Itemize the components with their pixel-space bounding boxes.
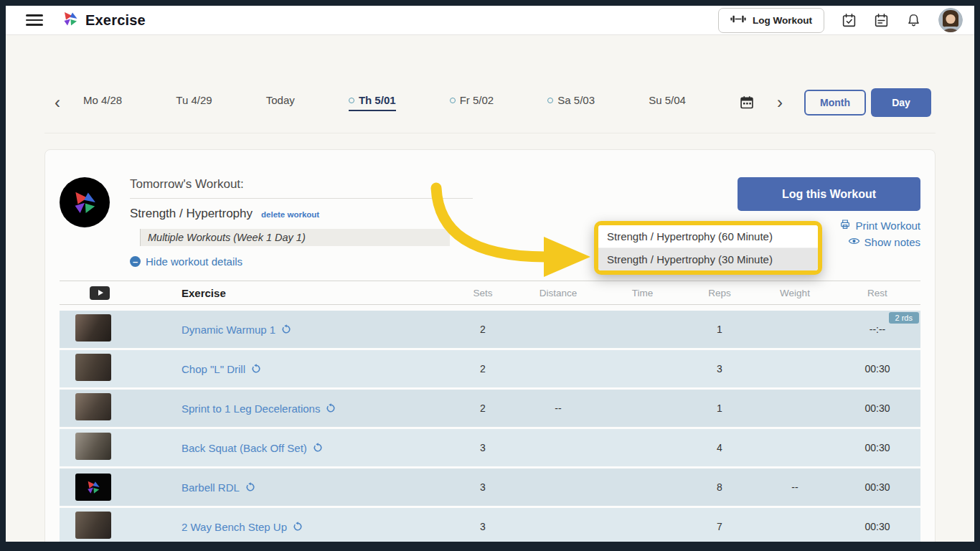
reps-value: 1 [684, 324, 755, 335]
date-label: Mo 4/28 [83, 94, 122, 106]
sets-value: 3 [451, 481, 515, 493]
trainer-logo [60, 177, 110, 227]
history-icon[interactable] [245, 482, 255, 492]
log-this-workout-button[interactable]: Log this Workout [738, 177, 920, 211]
exercise-thumbnail[interactable] [75, 354, 111, 381]
exercise-thumbnail[interactable] [75, 474, 111, 501]
calendar-icon[interactable] [874, 13, 889, 28]
reps-value: 8 [684, 481, 755, 493]
col-header-distance: Distance [515, 288, 601, 298]
app-window: Exercise Log Workout [0, 0, 980, 551]
date-tab-sa-5-03[interactable]: Sa 5/03 [547, 94, 595, 111]
exercise-link[interactable]: Dynamic Warmup 1 [182, 324, 275, 336]
exercise-link[interactable]: Barbell RDL [182, 481, 240, 494]
date-label: Fr 5/02 [460, 94, 494, 106]
dropdown-option-60-minute[interactable]: Strength / Hypertrophy (60 Minute) [598, 225, 818, 248]
exercise-row: Back Squat (Back Off Set) 3 4 00:30 [60, 429, 920, 466]
exercise-row: Dynamic Warmup 1 2 1 --:-- [60, 311, 920, 348]
workout-variant-dropdown: Strength / Hypertrophy (60 Minute) Stren… [598, 225, 818, 270]
rest-value: 00:30 [834, 521, 920, 532]
calendar-check-icon[interactable] [842, 13, 857, 28]
table-header-row: Exercise Sets Distance Time Reps Weight … [60, 281, 920, 305]
date-label: Th 5/01 [359, 94, 396, 106]
history-icon[interactable] [326, 403, 336, 413]
workout-card: Tomorrow's Workout: Strength / Hypertrop… [44, 149, 936, 551]
minus-circle-icon: – [130, 256, 141, 267]
reps-value: 1 [684, 402, 755, 414]
col-header-sets: Sets [451, 288, 515, 298]
exercise-thumbnail[interactable] [75, 433, 111, 460]
date-tab-tu-4-29[interactable]: Tu 4/29 [176, 94, 212, 111]
show-notes-label: Show notes [864, 236, 920, 248]
next-week-chevron[interactable]: › [774, 94, 786, 111]
history-icon[interactable] [293, 522, 303, 532]
app-logo-icon [62, 10, 79, 30]
printer-icon [839, 219, 851, 232]
top-bar: Exercise Log Workout [6, 6, 974, 35]
exercise-thumbnail[interactable] [75, 314, 111, 342]
col-header-rest: Rest [834, 288, 920, 298]
exercise-link[interactable]: Chop "L" Drill [182, 363, 245, 375]
col-header-exercise: Exercise [182, 287, 451, 299]
exercise-row: Barbell RDL 3 8 -- 00:30 [60, 468, 920, 506]
app-brand[interactable]: Exercise [62, 10, 146, 30]
reps-value: 3 [684, 363, 755, 375]
rest-value: 00:30 [834, 363, 920, 375]
user-avatar[interactable] [938, 8, 963, 32]
date-navigation: ‹ Mo 4/28 Tu 4/29 Today Th 5/01 Fr 5/02 … [44, 35, 936, 133]
delete-workout-link[interactable]: delete workout [261, 210, 319, 219]
hide-workout-details-link[interactable]: – Hide workout details [130, 255, 473, 268]
exercise-thumbnail[interactable] [75, 393, 111, 420]
weight-value: -- [755, 481, 834, 493]
program-select[interactable]: Multiple Workouts (Week 1 Day 1) [140, 229, 450, 246]
exercise-thumbnail[interactable] [75, 512, 111, 539]
date-label: Tu 4/29 [176, 94, 212, 106]
exercise-row: Chop "L" Drill 2 3 00:30 [60, 350, 920, 387]
date-tab-fr-5-02[interactable]: Fr 5/02 [450, 94, 494, 111]
log-workout-button[interactable]: Log Workout [718, 8, 824, 33]
show-notes-link[interactable]: Show notes [848, 236, 920, 248]
eye-icon [848, 236, 860, 248]
prev-week-chevron[interactable]: ‹ [52, 94, 63, 111]
exercise-link[interactable]: Back Squat (Back Off Set) [182, 442, 307, 454]
exercise-row: 2 Way Bench Step Up 3 7 00:30 [60, 508, 920, 545]
date-label: Today [266, 94, 295, 106]
barbell-icon [730, 14, 746, 27]
reps-value: 4 [684, 442, 755, 453]
col-header-reps: Reps [684, 288, 755, 298]
reps-value: 7 [684, 521, 755, 532]
divider [130, 198, 473, 199]
date-tab-mo-4-28[interactable]: Mo 4/28 [83, 94, 122, 111]
print-workout-link[interactable]: Print Workout [839, 219, 920, 232]
exercise-link[interactable]: 2 Way Bench Step Up [182, 521, 287, 533]
exercise-row: Sprint to 1 Leg Decelerations 2 -- 1 00:… [60, 390, 920, 427]
date-tab-th-5-01[interactable]: Th 5/01 [349, 94, 396, 111]
workout-dot-icon [450, 98, 456, 103]
hamburger-menu-icon[interactable] [26, 14, 43, 26]
workout-card-title: Tomorrow's Workout: [130, 177, 473, 192]
workout-dot-icon [547, 98, 553, 103]
sets-value: 3 [451, 442, 515, 453]
exercise-link[interactable]: Sprint to 1 Leg Decelerations [182, 402, 320, 415]
sets-value: 2 [451, 363, 515, 375]
month-view-button[interactable]: Month [804, 90, 866, 116]
date-label: Sa 5/03 [557, 94, 595, 106]
history-icon[interactable] [281, 324, 291, 334]
rest-value: 00:30 [834, 402, 920, 414]
day-view-button[interactable]: Day [871, 88, 931, 117]
app-name: Exercise [85, 12, 146, 29]
sets-value: 2 [451, 402, 515, 414]
history-icon[interactable] [251, 364, 261, 374]
log-workout-label: Log Workout [753, 15, 812, 26]
date-label: Su 5/04 [649, 94, 686, 106]
video-column-play-icon [90, 286, 110, 300]
date-picker-calendar-icon[interactable] [740, 95, 754, 110]
notifications-bell-icon[interactable] [906, 13, 921, 28]
print-workout-label: Print Workout [855, 220, 920, 232]
date-tab-su-5-04[interactable]: Su 5/04 [649, 94, 686, 111]
history-icon[interactable] [313, 443, 323, 453]
rounds-badge: 2 rds [889, 312, 919, 324]
distance-value: -- [515, 402, 601, 414]
dropdown-option-30-minute[interactable]: Strength / Hypertrophy (30 Minute) [598, 248, 818, 270]
date-tab-today[interactable]: Today [266, 94, 295, 111]
